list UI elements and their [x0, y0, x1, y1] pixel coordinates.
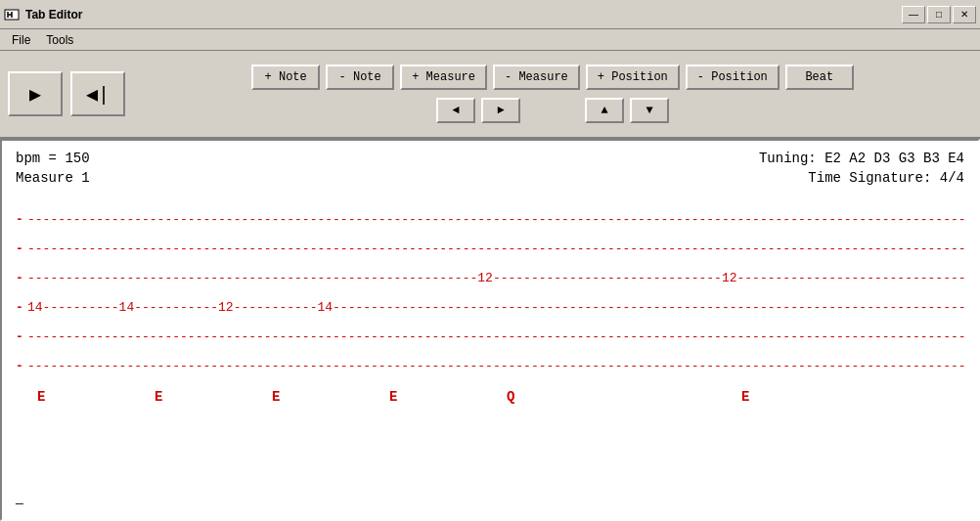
window-title: Tab Editor	[25, 8, 82, 22]
string-label-6: -	[16, 359, 27, 373]
down-arrow-button[interactable]: ▼	[630, 98, 669, 123]
string-line-5: - --------------------------------------…	[16, 323, 964, 350]
skip-back-button[interactable]: ◀|	[70, 71, 125, 116]
string-label-5: -	[16, 329, 27, 344]
skip-back-icon: ◀|	[86, 82, 110, 107]
info-row-2: Measure 1 Time Signature: 4/4	[16, 170, 964, 186]
string-content-4: 14----------14-----------12-----------14…	[27, 300, 964, 315]
menu-bar: File Tools	[0, 29, 980, 51]
play-button[interactable]: ▶	[8, 71, 63, 116]
string-line-1: - --------------------------------------…	[16, 205, 964, 233]
status-text: —	[16, 497, 23, 511]
duration-row: E E E E Q E	[18, 385, 964, 409]
string-label-2: -	[16, 241, 27, 256]
tab-staff: - --------------------------------------…	[16, 205, 964, 379]
toolbar: ▶ ◀| + Note - Note + Measure - Measure +…	[0, 51, 980, 139]
info-row-1: bpm = 150 Tuning: E2 A2 D3 G3 B3 E4	[16, 151, 964, 166]
toolbar-row2: ◄ ► ▲ ▼	[436, 98, 669, 123]
left-arrow-button[interactable]: ◄	[436, 98, 475, 123]
string-label-4: -	[16, 300, 27, 315]
duration-5: Q	[507, 389, 514, 405]
time-sig-label: Time Signature: 4/4	[808, 170, 964, 186]
string-content-6: ----------------------------------------…	[27, 359, 964, 373]
string-line-3: - --------------------------------------…	[16, 264, 964, 291]
tuning-label: Tuning: E2 A2 D3 G3 B3 E4	[759, 151, 964, 166]
main-content-window: bpm = 150 Tuning: E2 A2 D3 G3 B3 E4 Meas…	[0, 139, 980, 521]
app-icon	[4, 7, 20, 22]
add-note-button[interactable]: + Note	[251, 65, 320, 90]
close-button[interactable]: ✕	[953, 6, 976, 23]
minimize-button[interactable]: —	[902, 6, 925, 23]
main-content: bpm = 150 Tuning: E2 A2 D3 G3 B3 E4 Meas…	[2, 141, 978, 519]
string-content-5: ----------------------------------------…	[27, 329, 964, 344]
maximize-button[interactable]: □	[927, 6, 951, 23]
title-bar-left: Tab Editor	[4, 7, 82, 22]
title-bar-buttons: — □ ✕	[902, 6, 976, 23]
beat-button[interactable]: Beat	[785, 65, 854, 90]
string-content-2: ----------------------------------------…	[27, 241, 964, 256]
string-content-3: ----------------------------------------…	[27, 271, 964, 285]
play-icon: ▶	[29, 82, 41, 107]
toolbar-center: + Note - Note + Measure - Measure + Posi…	[133, 65, 972, 123]
menu-file[interactable]: File	[4, 31, 38, 49]
remove-measure-button[interactable]: - Measure	[493, 65, 580, 90]
bottom-status: —	[16, 497, 23, 511]
duration-2: E	[155, 389, 162, 405]
bpm-label: bpm = 150	[16, 151, 90, 166]
menu-tools[interactable]: Tools	[38, 31, 81, 49]
measure-label: Measure 1	[16, 170, 90, 186]
add-measure-button[interactable]: + Measure	[400, 65, 487, 90]
string-line-4: - 14----------14-----------12-----------…	[16, 293, 964, 321]
title-bar: Tab Editor — □ ✕	[0, 0, 980, 29]
add-position-button[interactable]: + Position	[586, 65, 680, 90]
string-line-6: - --------------------------------------…	[16, 352, 964, 379]
toolbar-row1: + Note - Note + Measure - Measure + Posi…	[251, 65, 854, 90]
duration-1: E	[37, 389, 45, 405]
remove-position-button[interactable]: - Position	[686, 65, 780, 90]
up-arrow-button[interactable]: ▲	[585, 98, 624, 123]
string-label-3: -	[16, 271, 27, 285]
string-line-2: - --------------------------------------…	[16, 235, 964, 262]
duration-3: E	[272, 389, 280, 405]
toolbar-left: ▶ ◀|	[8, 71, 125, 116]
string-content-1: ----------------------------------------…	[27, 212, 964, 227]
right-arrow-button[interactable]: ►	[481, 98, 520, 123]
duration-4: E	[389, 389, 397, 405]
string-label-1: -	[16, 212, 27, 227]
duration-6: E	[741, 389, 749, 405]
remove-note-button[interactable]: - Note	[326, 65, 394, 90]
